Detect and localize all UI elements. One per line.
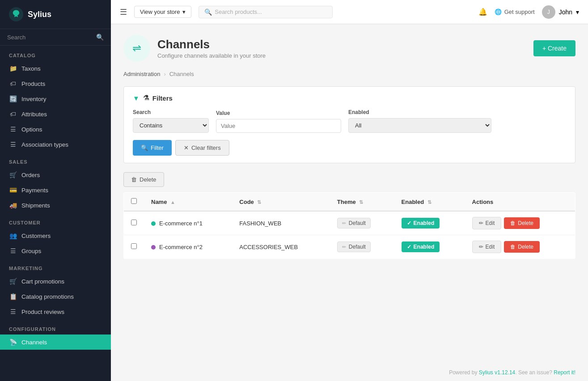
app-name: Sylius (28, 10, 51, 19)
trash-row-icon: 🗑 (510, 220, 516, 226)
products-icon: 🏷 (9, 80, 17, 87)
sidebar-item-label-catalog-promotions: Catalog promotions (21, 293, 74, 300)
theme-column-header[interactable]: Theme ⇅ (330, 193, 394, 212)
sidebar-item-cart-promotions[interactable]: 🛒Cart promotions (0, 274, 111, 289)
sidebar-item-channels[interactable]: 📡Channels (0, 334, 111, 350)
bulk-delete-button[interactable]: 🗑 Delete (123, 172, 164, 187)
bell-icon[interactable]: 🔔 (478, 8, 487, 16)
enabled-column-label: Enabled (402, 199, 424, 205)
filters-title: Filters (152, 94, 173, 102)
filter-button[interactable]: 🔍 Filter (133, 140, 172, 156)
clear-filters-button[interactable]: ✕ Clear filters (175, 140, 229, 156)
row-theme-cell-1: ✏ Default (330, 211, 394, 235)
select-all-checkbox[interactable] (131, 198, 137, 204)
row-checkbox-2[interactable] (131, 243, 137, 249)
support-button[interactable]: 🌐 Get support (495, 8, 535, 15)
value-filter-label: Value (216, 110, 341, 116)
filter-button-label: Filter (151, 144, 164, 151)
sidebar-item-catalog-promotions[interactable]: 📋Catalog promotions (0, 289, 111, 304)
sidebar-section-label-catalog: CATALOG (0, 46, 111, 61)
code-sort-icon: ⇅ (257, 199, 261, 205)
sidebar-item-attributes[interactable]: 🏷Attributes (0, 106, 111, 122)
sidebar-item-payments[interactable]: 💳Payments (0, 182, 111, 198)
row-checkbox-1[interactable] (131, 220, 137, 225)
search-filter-label: Search (133, 109, 209, 115)
filter-arrow-icon: ▼ (133, 94, 140, 102)
row-theme-cell-2: ✏ Default (330, 235, 394, 259)
sidebar-item-product-reviews[interactable]: ☰Product reviews (0, 304, 111, 319)
sidebar-item-label-attributes: Attributes (21, 111, 47, 118)
support-label: Get support (504, 8, 535, 15)
theme-column-label: Theme (337, 199, 356, 205)
product-reviews-icon: ☰ (9, 308, 17, 315)
page-title: Channels (157, 38, 266, 51)
sidebar-item-label-customers: Customers (21, 233, 51, 239)
store-selector-label: View your store (140, 8, 180, 15)
sidebar-item-label-cart-promotions: Cart promotions (21, 278, 64, 285)
page-subtitle: Configure channels available in your sto… (157, 52, 266, 59)
sidebar-item-label-payments: Payments (21, 187, 48, 194)
store-selector[interactable]: View your store ▾ (134, 6, 191, 18)
store-selector-chevron-icon: ▾ (182, 8, 186, 15)
create-button[interactable]: + Create (533, 40, 575, 56)
sidebar-item-label-association-types: Association types (21, 141, 68, 148)
edit-button-2[interactable]: ✏ Edit (472, 241, 502, 253)
user-menu-button[interactable]: J John ▾ (542, 5, 579, 19)
topnav-search-input[interactable] (215, 8, 327, 15)
page-header-left: ⇌ Channels Configure channels available … (123, 35, 266, 62)
sidebar-section-label-marketing: MARKETING (0, 258, 111, 274)
sidebar-section-label-sales: SALES (0, 152, 111, 167)
enabled-filter-select[interactable]: All Yes No (348, 118, 491, 133)
sidebar-item-taxons[interactable]: 📁Taxons (0, 61, 111, 76)
sidebar-logo: Sylius (0, 0, 111, 29)
actions-column-label: Actions (472, 199, 494, 205)
code-column-label: Code (239, 199, 254, 205)
edit-icon: ✏ (479, 220, 483, 226)
sidebar-item-options[interactable]: ☰Options (0, 122, 111, 137)
table-head: Name ▲ Code ⇅ Theme ⇅ Enabled ⇅ (124, 193, 575, 212)
theme-sort-icon: ⇅ (359, 199, 363, 205)
enabled-column-header[interactable]: Enabled ⇅ (394, 193, 465, 212)
actions-column-header: Actions (465, 193, 575, 212)
page-icon-wrap: ⇌ (123, 35, 150, 62)
breadcrumb-admin-link[interactable]: Administration (123, 71, 160, 77)
topnav-search-icon: 🔍 (204, 8, 212, 16)
sidebar-item-inventory[interactable]: 🔄Inventory (0, 91, 111, 106)
check-icon: ✓ (407, 220, 411, 226)
sidebar-item-shipments[interactable]: 🚚Shipments (0, 198, 111, 213)
row-name-cell-2: E-commerce n°2 (144, 235, 232, 259)
sidebar-item-products[interactable]: 🏷Products (0, 76, 111, 91)
breadcrumb-separator: › (164, 71, 165, 77)
clear-icon: ✕ (184, 144, 189, 151)
hamburger-icon[interactable]: ☰ (120, 7, 127, 17)
theme-badge-1: ✏ Default (337, 218, 371, 229)
sidebar-item-association-types[interactable]: ☰Association types (0, 137, 111, 152)
sidebar-item-customers[interactable]: 👥Customers (0, 228, 111, 243)
report-link[interactable]: Report it! (554, 369, 575, 376)
sidebar-search-container[interactable]: 🔍 (0, 29, 111, 46)
delete-button-2[interactable]: 🗑 Delete (504, 241, 540, 253)
sidebar-item-groups[interactable]: ☰Groups (0, 243, 111, 258)
sidebar-search-input[interactable] (7, 34, 96, 41)
sidebar-item-label-product-reviews: Product reviews (21, 309, 64, 315)
sylius-version-link[interactable]: Sylius v1.12.14 (479, 369, 515, 376)
search-filter-select[interactable]: Contains (133, 118, 209, 133)
footer-text-before: Powered by (449, 369, 479, 376)
theme-edit-icon: ✏ (342, 220, 346, 226)
name-column-header[interactable]: Name ▲ (144, 193, 232, 212)
page-title-group: Channels Configure channels available in… (157, 38, 266, 59)
topnav-search-container[interactable]: 🔍 (199, 6, 333, 18)
options-icon: ☰ (9, 126, 17, 133)
edit-button-1[interactable]: ✏ Edit (472, 217, 502, 229)
row-enabled-cell-1: ✓ Enabled (394, 211, 465, 235)
code-column-header[interactable]: Code ⇅ (232, 193, 330, 212)
delete-button-1[interactable]: 🗑 Delete (504, 217, 540, 229)
check-icon: ✓ (407, 244, 411, 250)
row-code-cell-2: ACCESSORIES_WEB (232, 235, 330, 259)
value-filter-input[interactable] (216, 119, 341, 133)
breadcrumb-current: Channels (169, 71, 194, 77)
name-column-label: Name (151, 199, 167, 205)
table-header-row: Name ▲ Code ⇅ Theme ⇅ Enabled ⇅ (124, 193, 575, 212)
filter-actions: 🔍 Filter ✕ Clear filters (133, 140, 566, 156)
sidebar-item-orders[interactable]: 🛒Orders (0, 167, 111, 182)
